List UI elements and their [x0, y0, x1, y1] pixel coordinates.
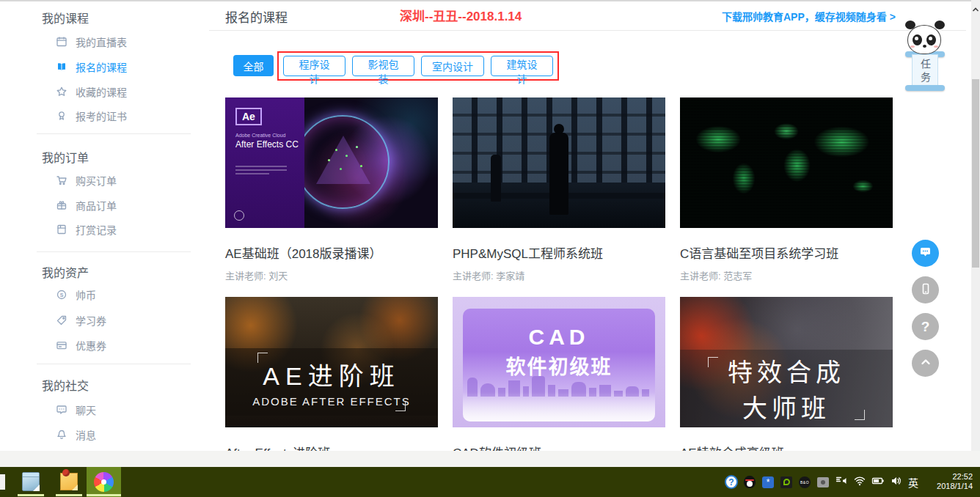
coupon-icon [56, 339, 67, 351]
taskbar-notepad-button[interactable] [22, 472, 40, 491]
filter-button-video-packaging[interactable]: 影视包装 [352, 56, 414, 76]
back-to-top-button[interactable] [912, 350, 939, 377]
bo-speaker-icon: B&O [799, 476, 811, 488]
system-tray: ? * B&O 英 [725, 467, 918, 497]
silhouette-figure [549, 133, 568, 215]
tray-help-button[interactable]: ? [725, 476, 738, 489]
course-thumbnail [680, 97, 893, 228]
sticky-notes-icon [60, 473, 78, 490]
sidebar-item-coins[interactable]: S 帅币 [56, 287, 96, 302]
thumbnail-title-text: AE进阶班 [263, 356, 400, 392]
screenshot-annotation-text: 深圳--丑丑--2018.1.14 [400, 6, 546, 24]
course-title: PHP&MySQL工程师系统班 [453, 243, 665, 262]
sidebar-item-label: 帅币 [76, 287, 96, 302]
page-title: 报名的课程 [225, 7, 288, 26]
svg-text:S: S [60, 292, 64, 298]
creative-cloud-icon [234, 210, 244, 221]
course-card[interactable]: Ae Adobe Creative Cloud After Effects CC… [225, 97, 438, 282]
phone-icon [919, 282, 932, 298]
calendar-icon [56, 36, 67, 48]
course-thumbnail [453, 97, 665, 228]
sidebar-divider [37, 133, 191, 134]
thumbnail-title-text: 特效合成 [728, 353, 845, 389]
windows-taskbar: ? * B&O 英 22:52 2018/1/14 [0, 467, 980, 497]
sidebar-item-enrolled-courses[interactable]: 报名的课程 [56, 59, 127, 74]
course-thumbnail: AE进阶班 ADOBE AFTER EFFECTS [225, 297, 438, 427]
tray-snowflake-button[interactable]: * [761, 476, 775, 489]
course-card[interactable]: C语言基础至项目系统学习班 主讲老师: 范志军 [680, 97, 893, 282]
tray-bo-button[interactable]: B&O [798, 476, 811, 489]
taskbar-sticky-notes-button[interactable] [60, 473, 78, 490]
clock-date: 2018/1/14 [937, 482, 973, 491]
sidebar-item-certificates[interactable]: 报考的证书 [56, 108, 127, 123]
tray-nvidia-button[interactable] [780, 476, 793, 489]
course-card[interactable]: 特效合成 大师班 AE特效合成高级班 [680, 297, 893, 461]
bell-icon [56, 429, 67, 441]
mobile-app-button[interactable] [912, 276, 939, 303]
feedback-message-button[interactable] [912, 240, 939, 267]
course-card[interactable]: AE进阶班 ADOBE AFTER EFFECTS After Effects进… [225, 297, 438, 461]
thumbnail-subtitle-text: 大师班 [742, 389, 830, 424]
tray-speaker-button[interactable] [890, 476, 903, 489]
sidebar-divider [37, 251, 191, 252]
sidebar-item-live-schedule[interactable]: 我的直播表 [56, 34, 127, 49]
sidebar-item-label: 商品订单 [76, 198, 117, 213]
sidebar-item-label: 报考的证书 [76, 108, 127, 123]
splash-product-line: After Effects CC [235, 139, 304, 150]
download-app-link[interactable]: 下载邢帅教育APP，缓存视频随身看 > [722, 9, 896, 23]
wifi-icon [853, 474, 866, 490]
chevron-up-icon [919, 356, 932, 372]
sidebar-item-label: 打赏记录 [76, 222, 117, 237]
sidebar-section-my-orders: 我的订单 [42, 148, 89, 166]
taskbar-browser-button[interactable] [87, 467, 121, 497]
course-card[interactable]: CAD 软件初级班 CAD软件初级班 [453, 297, 665, 461]
filter-button-programming[interactable]: 程序设计 [283, 56, 345, 76]
ime-indicator[interactable]: 英 [908, 475, 918, 490]
filter-button-interior-design[interactable]: 室内设计 [421, 56, 484, 76]
tray-volume-mixer-button[interactable] [835, 476, 848, 489]
partial-start-icon[interactable] [0, 474, 5, 490]
nvidia-icon [780, 476, 792, 488]
course-teacher: 主讲老师: 范志军 [680, 268, 893, 282]
sidebar-item-study-vouchers[interactable]: 学习券 [56, 313, 106, 328]
course-teacher: 主讲老师: 刘天 [225, 268, 438, 282]
task-mascot-widget[interactable]: 任务 [905, 22, 945, 91]
course-card[interactable]: PHP&MySQL工程师系统班 主讲老师: 李家靖 [453, 97, 665, 282]
scrollbar-thumb[interactable] [972, 79, 979, 268]
sidebar-item-coupons[interactable]: 优惠券 [56, 338, 106, 353]
sidebar-item-purchase-orders[interactable]: 购买订单 [56, 173, 117, 188]
message-icon [918, 245, 932, 262]
star-icon [56, 86, 67, 97]
help-icon: ? [725, 475, 738, 489]
enrolled-courses-page: 我的课程 我的直播表 报名的课程 收藏的课程 报考的证书 我的订单 购买订单 商… [0, 0, 980, 497]
help-button[interactable]: ? [912, 313, 939, 340]
course-thumbnail: CAD 软件初级班 [453, 297, 665, 427]
splash-copyright-lines [235, 166, 287, 174]
notepad-icon [22, 472, 40, 491]
coin-icon: S [56, 289, 67, 301]
tray-qq-button[interactable] [743, 476, 756, 489]
course-title: AE基础班（2018版录播课） [225, 243, 438, 262]
tray-clock[interactable]: 22:52 2018/1/14 [937, 472, 973, 491]
course-teacher: 主讲老师: 李家靖 [453, 268, 665, 282]
filter-button-all[interactable]: 全部 [233, 55, 274, 76]
panda-icon [907, 25, 941, 54]
filter-button-architecture[interactable]: 建筑设计 [491, 56, 553, 76]
ae-logo: Ae [235, 108, 262, 125]
help-icon: ? [921, 319, 930, 335]
tray-wifi-button[interactable] [853, 476, 866, 489]
sidebar-divider [37, 364, 191, 364]
header-divider [209, 30, 966, 31]
sidebar-section-my-assets: 我的资产 [42, 263, 89, 281]
battery-icon [871, 474, 885, 490]
sidebar-item-chat[interactable]: 聊天 [56, 402, 96, 417]
sidebar-item-product-orders[interactable]: 商品订单 [56, 198, 117, 213]
sidebar-item-messages[interactable]: 消息 [56, 427, 96, 442]
tray-drive-button[interactable] [816, 476, 830, 489]
gift-icon [56, 199, 67, 211]
sidebar-item-reward-records[interactable]: 打赏记录 [56, 222, 117, 237]
tray-battery-button[interactable] [871, 476, 885, 489]
drive-icon [817, 477, 829, 487]
scrollbar-up-arrow[interactable] [971, 6, 980, 18]
sidebar-item-favorite-courses[interactable]: 收藏的课程 [56, 84, 127, 99]
